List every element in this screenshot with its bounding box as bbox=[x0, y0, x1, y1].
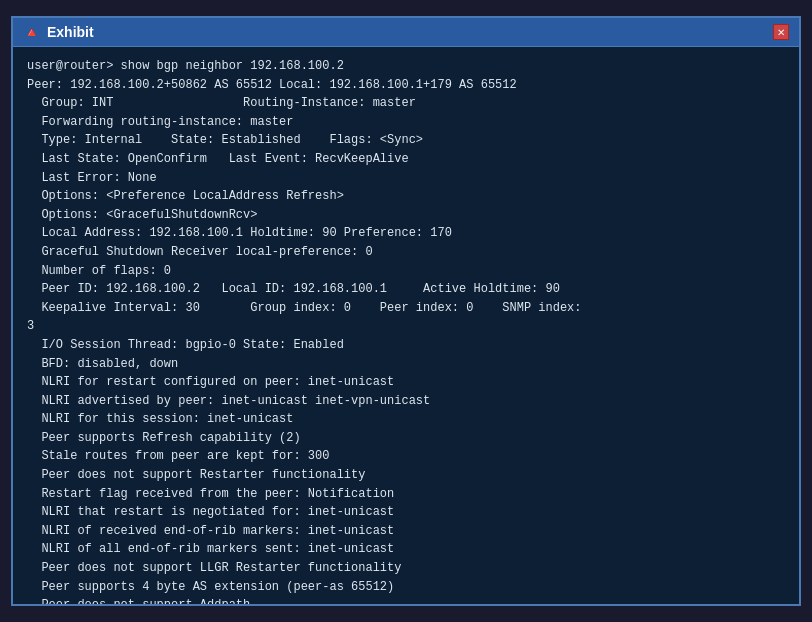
terminal-line: Options: <GracefulShutdownRcv> bbox=[27, 206, 785, 225]
terminal-line: Restart flag received from the peer: Not… bbox=[27, 485, 785, 504]
terminal-line: Number of flaps: 0 bbox=[27, 262, 785, 281]
exhibit-icon: 🔺 bbox=[23, 24, 39, 40]
terminal-line: Last Error: None bbox=[27, 169, 785, 188]
title-bar-left: 🔺 Exhibit bbox=[23, 24, 94, 40]
terminal-line: Peer does not support Addpath bbox=[27, 596, 785, 604]
terminal-line: 3 bbox=[27, 317, 785, 336]
terminal-line: Last State: OpenConfirm Last Event: Recv… bbox=[27, 150, 785, 169]
terminal-line: NLRI advertised by peer: inet-unicast in… bbox=[27, 392, 785, 411]
terminal-line: Type: Internal State: Established Flags:… bbox=[27, 131, 785, 150]
terminal-line: NLRI of all end-of-rib markers sent: ine… bbox=[27, 540, 785, 559]
terminal-line: NLRI that restart is negotiated for: ine… bbox=[27, 503, 785, 522]
terminal-line: user@router> show bgp neighbor 192.168.1… bbox=[27, 57, 785, 76]
terminal-line: Peer ID: 192.168.100.2 Local ID: 192.168… bbox=[27, 280, 785, 299]
terminal-line: NLRI for this session: inet-unicast bbox=[27, 410, 785, 429]
terminal-line: Group: INT Routing-Instance: master bbox=[27, 94, 785, 113]
terminal-line: Peer supports 4 byte AS extension (peer-… bbox=[27, 578, 785, 597]
terminal-line: Local Address: 192.168.100.1 Holdtime: 9… bbox=[27, 224, 785, 243]
close-button[interactable]: ✕ bbox=[773, 24, 789, 40]
terminal-line: NLRI of received end-of-rib markers: ine… bbox=[27, 522, 785, 541]
terminal-line: Graceful Shutdown Receiver local-prefere… bbox=[27, 243, 785, 262]
terminal-line: Keepalive Interval: 30 Group index: 0 Pe… bbox=[27, 299, 785, 318]
terminal-line: Peer supports Refresh capability (2) bbox=[27, 429, 785, 448]
terminal-line: Peer does not support Restarter function… bbox=[27, 466, 785, 485]
terminal-line: Peer does not support LLGR Restarter fun… bbox=[27, 559, 785, 578]
terminal-line: Stale routes from peer are kept for: 300 bbox=[27, 447, 785, 466]
terminal-line: NLRI for restart configured on peer: ine… bbox=[27, 373, 785, 392]
terminal-line: Peer: 192.168.100.2+50862 AS 65512 Local… bbox=[27, 76, 785, 95]
exhibit-window: 🔺 Exhibit ✕ user@router> show bgp neighb… bbox=[11, 16, 801, 606]
terminal-line: Options: <Preference LocalAddress Refres… bbox=[27, 187, 785, 206]
window-title: Exhibit bbox=[47, 24, 94, 40]
terminal-line: BFD: disabled, down bbox=[27, 355, 785, 374]
terminal-output: user@router> show bgp neighbor 192.168.1… bbox=[13, 47, 799, 604]
terminal-line: I/O Session Thread: bgpio-0 State: Enabl… bbox=[27, 336, 785, 355]
terminal-line: Forwarding routing-instance: master bbox=[27, 113, 785, 132]
title-bar: 🔺 Exhibit ✕ bbox=[13, 18, 799, 47]
